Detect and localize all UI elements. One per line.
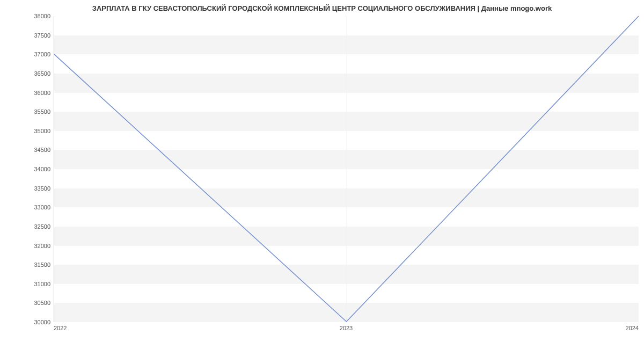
chart-title: ЗАРПЛАТА В ГКУ СЕВАСТОПОЛЬСКИЙ ГОРОДСКОЙ… [0, 4, 644, 12]
y-tick-label: 36000 [24, 90, 50, 96]
y-tick-label: 32000 [24, 243, 50, 249]
y-tick-label: 33500 [24, 185, 50, 192]
y-tick-label: 36500 [24, 70, 50, 77]
x-tick-label: 2022 [54, 325, 67, 331]
y-tick-label: 34000 [24, 166, 50, 172]
y-tick-label: 31000 [24, 281, 50, 287]
line-series [54, 16, 639, 322]
y-tick-label: 30000 [24, 319, 50, 325]
y-tick-label: 31500 [24, 261, 50, 268]
plot-area [54, 16, 639, 322]
x-tick-label: 2024 [626, 325, 639, 331]
y-tick-label: 35500 [24, 108, 50, 115]
y-tick-label: 37000 [24, 51, 50, 57]
y-tick-label: 34500 [24, 147, 50, 153]
y-tick-label: 30500 [24, 300, 50, 306]
y-tick-label: 37500 [24, 32, 50, 39]
y-tick-label: 35000 [24, 128, 50, 134]
y-tick-label: 33000 [24, 204, 50, 210]
y-tick-label: 32500 [24, 223, 50, 230]
y-tick-label: 38000 [24, 13, 50, 19]
x-tick-label: 2023 [340, 325, 353, 331]
